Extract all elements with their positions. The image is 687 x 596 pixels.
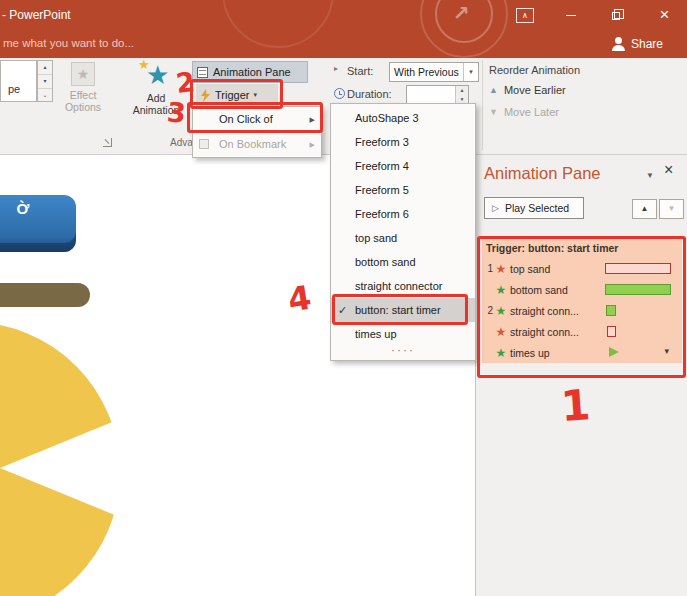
menu-item-times-up[interactable]: times up — [331, 322, 475, 346]
effect-options-label-2: Options — [56, 101, 110, 113]
minimize-icon — [566, 15, 576, 16]
play-selected-button[interactable]: ▷ Play Selected — [484, 197, 584, 219]
duration-label: Duration: — [347, 88, 392, 100]
tell-me-box[interactable]: me what you want to do... — [3, 37, 134, 49]
move-later-button[interactable]: ▼ Move Later — [489, 106, 559, 118]
pane-options-chevron-icon[interactable]: ▼ — [646, 171, 654, 180]
on-bookmark-label: On Bookmark — [219, 138, 286, 150]
animation-list: Trigger: button: start timer 1 ★ top san… — [482, 239, 682, 363]
sequence-number: 1 — [482, 263, 493, 274]
animation-gallery[interactable]: pe — [0, 60, 37, 102]
share-button[interactable]: Share — [612, 32, 684, 56]
animation-row-straight-connector-2[interactable]: ★ straight conn... — [482, 321, 682, 342]
menu-item-button-start-timer[interactable]: ✓ button: start timer — [331, 298, 475, 322]
slide-button-text: Ờ — [17, 200, 30, 217]
lightning-icon — [201, 89, 211, 102]
titlebar-decoration-arrow-icon: ↗ — [453, 1, 470, 25]
reorder-animation-title: Reorder Animation — [489, 64, 580, 76]
animation-pane-button[interactable]: Animation Pane — [192, 61, 308, 83]
trigger-shape-submenu: AutoShape 3 Freeform 3 Freeform 4 Freefo… — [330, 103, 476, 361]
animation-row-times-up[interactable]: ★ times up ▾ — [482, 342, 682, 363]
submenu-arrow-icon: ▶ — [310, 132, 315, 157]
start-dropdown[interactable]: With Previous ▾ — [389, 62, 479, 82]
animation-row-bottom-sand[interactable]: ★ bottom sand — [482, 279, 682, 300]
button-start-timer-label: button: start timer — [355, 304, 441, 316]
restore-button[interactable] — [593, 0, 638, 30]
animation-label: bottom sand — [510, 284, 568, 296]
pane-move-down-button[interactable]: ▼ — [659, 199, 684, 219]
dialog-launcher-icon[interactable] — [103, 138, 112, 147]
clock-icon — [334, 88, 345, 99]
play-selected-label: Play Selected — [505, 202, 569, 214]
window-title: - PowerPoint — [2, 8, 71, 22]
trigger-button-label: Trigger — [215, 89, 249, 101]
trigger-button[interactable]: Trigger ▾ — [196, 84, 278, 106]
duration-spinner[interactable]: ▲ ▼ — [406, 85, 469, 105]
menu-item-freeform-6[interactable]: Freeform 6 — [331, 202, 475, 226]
bookmark-icon — [199, 139, 209, 149]
animation-label: straight conn... — [510, 305, 579, 317]
exit-star-icon: ★ — [493, 263, 509, 275]
menu-item-on-bookmark[interactable]: On Bookmark ▶ — [193, 132, 321, 157]
move-earlier-button[interactable]: ▲ Move Earlier — [489, 84, 566, 96]
ribbon-display-options-icon[interactable]: ∧ — [516, 8, 534, 23]
animation-label: straight conn... — [510, 326, 579, 338]
advanced-animation-group-label: Adva — [170, 137, 193, 148]
timeline-bar[interactable] — [605, 263, 671, 274]
add-animation-button[interactable]: ★ ★ Add Animation — [124, 60, 188, 140]
trigger-group-header[interactable]: Trigger: button: start timer — [482, 239, 682, 258]
minimize-button[interactable] — [548, 0, 593, 30]
animation-pane-icon — [197, 67, 208, 78]
animation-gallery-scroll: ▴ ▾ ⌄ — [37, 60, 53, 102]
animation-label: times up — [510, 347, 550, 359]
trigger-play-triangle-icon — [609, 347, 619, 357]
play-icon: ▷ — [492, 203, 499, 213]
entrance-star-icon: ★ — [493, 347, 509, 359]
entrance-star-icon: ★ — [493, 305, 509, 317]
entrance-star-icon: ★ — [493, 284, 509, 296]
gallery-more-icon[interactable]: ⌄ — [38, 89, 52, 102]
add-animation-star-icon: ★ ★ — [140, 60, 172, 92]
share-label: Share — [631, 37, 663, 51]
menu-item-freeform-4[interactable]: Freeform 4 — [331, 154, 475, 178]
checkmark-icon: ✓ — [338, 298, 347, 322]
timeline-bar[interactable] — [605, 284, 671, 295]
menu-item-freeform-3[interactable]: Freeform 3 — [331, 130, 475, 154]
on-click-of-label: On Click of — [219, 113, 273, 125]
move-earlier-label: Move Earlier — [504, 84, 566, 96]
timeline-bar[interactable] — [607, 326, 616, 337]
spinner-arrows: ▲ ▼ — [455, 86, 468, 104]
animation-row-top-sand[interactable]: 1 ★ top sand — [482, 258, 682, 279]
animation-pane-button-label: Animation Pane — [213, 66, 291, 78]
exit-star-icon: ★ — [493, 326, 509, 338]
pane-close-icon[interactable]: × — [664, 161, 673, 179]
submenu-arrow-icon: ▶ — [310, 107, 315, 132]
gallery-scroll-down-icon[interactable]: ▾ — [38, 75, 52, 89]
animation-pane-title: Animation Pane — [484, 164, 601, 183]
sequence-number: 2 — [482, 305, 493, 316]
menu-item-straight-connector[interactable]: straight connector — [331, 274, 475, 298]
row-dropdown-chevron-icon[interactable]: ▾ — [664, 346, 669, 356]
slide-brown-bar-shape[interactable] — [0, 283, 90, 307]
start-icon: ▸ — [334, 64, 338, 73]
timeline-bar[interactable] — [606, 305, 616, 316]
menu-item-bottom-sand[interactable]: bottom sand — [331, 250, 475, 274]
close-button[interactable]: × — [642, 0, 687, 30]
gallery-scroll-up-icon[interactable]: ▴ — [38, 61, 52, 75]
menu-item-top-sand[interactable]: top sand — [331, 226, 475, 250]
pane-move-up-button[interactable]: ▲ — [632, 199, 657, 219]
move-later-label: Move Later — [504, 106, 559, 118]
chevron-down-icon[interactable]: ▾ — [463, 63, 478, 81]
effect-options-button[interactable]: ★ Effect Options — [56, 60, 110, 138]
animation-row-straight-connector-1[interactable]: 2 ★ straight conn... — [482, 300, 682, 321]
menu-item-freeform-5[interactable]: Freeform 5 — [331, 178, 475, 202]
effect-options-icon: ★ — [71, 62, 95, 86]
slide-blue-button-shape[interactable]: Ờ — [0, 195, 76, 252]
triangle-down-icon: ▼ — [489, 107, 498, 117]
menu-scroll-dots[interactable]: ···· — [331, 346, 475, 358]
menu-item-on-click-of[interactable]: On Click of ▶ — [193, 107, 321, 132]
triangle-up-icon: ▲ — [489, 85, 498, 95]
spin-up-icon[interactable]: ▲ — [456, 86, 468, 95]
menu-item-autoshape-3[interactable]: AutoShape 3 — [331, 106, 475, 130]
animation-pane-panel: Animation Pane ▼ × ▷ Play Selected ▲ ▼ T… — [475, 155, 687, 596]
